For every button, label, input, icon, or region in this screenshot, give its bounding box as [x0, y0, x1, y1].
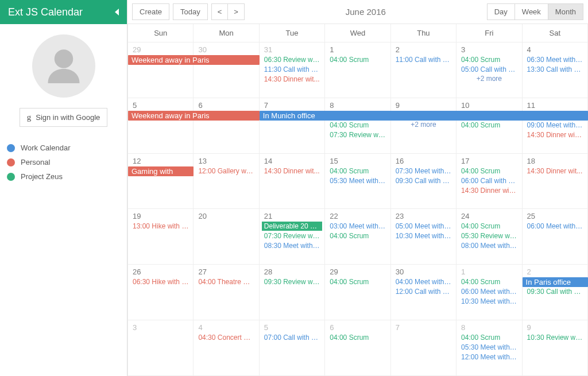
day-cell[interactable]: 3106:30 Review wit...11:30 Call with QA1… — [260, 42, 325, 98]
day-cell[interactable]: 209:30 Call with Sa... — [523, 265, 588, 320]
event[interactable]: 14:30 Dinner with.. — [459, 186, 519, 195]
event[interactable]: 05:00 Call with Re... — [459, 65, 519, 74]
day-cell[interactable]: 1414:30 Dinner wit... — [260, 154, 325, 209]
event[interactable]: 04:00 Theatre wi... — [196, 277, 256, 286]
day-cell[interactable]: 804:00 Scrum07:30 Review wit... — [325, 98, 390, 153]
day-cell[interactable]: 3 — [128, 320, 194, 375]
event[interactable]: 07:30 Meet with ... — [393, 166, 454, 176]
calendar-toggle[interactable]: Personal — [7, 155, 120, 169]
event[interactable]: 05:00 Meet with ... — [393, 222, 454, 231]
event[interactable]: 07:30 Review wit... — [262, 231, 322, 241]
day-cell[interactable]: 2506:00 Meet with ... — [523, 209, 588, 264]
event[interactable]: 04:00 Scrum — [327, 277, 388, 286]
event[interactable]: 07:30 Review wit... — [327, 130, 388, 139]
event-bar[interactable]: In Paris office — [523, 277, 588, 287]
signin-button[interactable]: g Sign in with Google — [20, 108, 108, 127]
day-cell[interactable]: 9Deliverable 19 Du..+2 more — [391, 98, 457, 153]
event[interactable]: 04:00 Scrum — [327, 55, 388, 64]
event[interactable]: 03:00 Meet with ... — [327, 222, 388, 231]
day-cell[interactable]: 604:00 Scrum — [325, 320, 390, 375]
event[interactable]: 13:30 Call with QA — [525, 65, 585, 74]
event[interactable]: 04:00 Scrum — [327, 166, 388, 176]
day-cell[interactable]: 7 — [260, 98, 325, 153]
day-cell[interactable]: 7 — [391, 320, 457, 375]
event[interactable]: 04:00 Scrum — [459, 121, 519, 130]
day-cell[interactable]: 2904:00 Scrum — [325, 265, 390, 320]
day-cell[interactable]: 30 — [194, 42, 259, 98]
event[interactable]: 06:30 Meet with ... — [525, 55, 585, 64]
event[interactable]: 14:30 Dinner wit... — [262, 75, 322, 84]
event[interactable]: 06:00 Meet with ... — [459, 287, 519, 296]
day-cell[interactable]: 1312:00 Gallery wit... — [194, 154, 259, 209]
event[interactable]: 11:00 Call with QA — [393, 55, 454, 64]
event[interactable]: 06:00 Call with M... — [459, 176, 519, 185]
event[interactable]: 10:30 Review wit... — [525, 333, 585, 342]
event[interactable]: 05:30 Meet with ... — [327, 176, 388, 185]
day-cell[interactable]: 1109:00 Meet with ...14:30 Dinner with.. — [523, 98, 588, 153]
event[interactable]: 09:30 Call with Sa... — [525, 287, 585, 296]
event[interactable]: 04:00 Scrum — [459, 55, 519, 64]
day-cell[interactable]: 29 — [128, 42, 194, 98]
event[interactable]: 14:30 Dinner wit... — [262, 166, 322, 176]
view-month[interactable]: Month — [548, 3, 583, 20]
event[interactable]: Deliverable 20 D... — [262, 222, 322, 231]
view-week[interactable]: Week — [514, 3, 548, 20]
day-cell[interactable]: 1607:30 Meet with ...09:30 Call with Re.… — [391, 154, 457, 209]
day-cell[interactable]: 1704:00 Scrum06:00 Call with M...14:30 D… — [457, 154, 522, 209]
day-cell[interactable]: 910:30 Review wit... — [523, 320, 588, 375]
event[interactable]: 12:00 Meet with ... — [459, 352, 519, 362]
event[interactable]: 12:00 Call with PM — [393, 287, 454, 296]
day-cell[interactable]: 104:00 Scrum — [325, 42, 390, 98]
event[interactable]: 11:30 Call with QA — [262, 65, 322, 74]
collapse-icon[interactable] — [115, 9, 119, 15]
day-cell[interactable]: 3004:00 Meet with ...12:00 Call with PM — [391, 265, 457, 320]
event[interactable]: 06:00 Meet with ... — [525, 222, 585, 231]
event[interactable]: 05:30 Review wit... — [459, 231, 519, 241]
day-cell[interactable]: 1814:30 Dinner wit... — [523, 154, 588, 209]
day-cell[interactable]: 406:30 Meet with ...13:30 Call with QA — [523, 42, 588, 98]
event[interactable]: 04:00 Scrum — [459, 277, 519, 286]
event[interactable]: 09:30 Call with Re... — [393, 176, 454, 185]
next-button[interactable]: > — [227, 3, 245, 20]
event[interactable]: 06:30 Review wit... — [262, 55, 322, 64]
create-button[interactable]: Create — [132, 3, 169, 20]
event[interactable]: 04:00 Scrum — [459, 333, 519, 342]
event[interactable]: 08:30 Meet with ... — [262, 241, 322, 250]
event[interactable]: 10:30 Meet with ... — [393, 231, 454, 241]
event[interactable]: 04:00 Scrum — [327, 231, 388, 241]
day-cell[interactable]: 2809:30 Review wit... — [260, 265, 325, 320]
event[interactable]: 14:30 Dinner with.. — [525, 130, 585, 139]
event[interactable]: 04:00 Meet with ... — [393, 277, 454, 286]
day-cell[interactable]: 211:00 Call with QA — [391, 42, 457, 98]
event[interactable]: 04:00 Scrum — [459, 222, 519, 231]
event[interactable]: 08:00 Meet with ... — [459, 241, 519, 250]
event[interactable]: 04:00 Scrum — [459, 166, 519, 176]
day-cell[interactable]: 1504:00 Scrum05:30 Meet with ... — [325, 154, 390, 209]
day-cell[interactable]: 2606:30 Hike with L... — [128, 265, 194, 320]
event[interactable]: 13:00 Hike with F... — [130, 222, 191, 231]
event[interactable]: 14:30 Dinner wit... — [525, 166, 585, 176]
day-cell[interactable]: 5 — [128, 98, 194, 153]
view-day[interactable]: Day — [487, 3, 514, 20]
day-cell[interactable]: 104:00 Scrum06:00 Meet with ...10:30 Mee… — [457, 265, 522, 320]
day-cell[interactable]: 404:30 Concert wi... — [194, 320, 259, 375]
day-cell[interactable]: 804:00 Scrum05:30 Meet with ...12:00 Mee… — [457, 320, 522, 375]
day-cell[interactable]: 20 — [194, 209, 259, 264]
day-cell[interactable]: 2203:00 Meet with ...04:00 Scrum — [325, 209, 390, 264]
day-cell[interactable]: 1004:00 Scrum — [457, 98, 522, 153]
event[interactable]: 04:00 Scrum — [327, 333, 388, 342]
day-cell[interactable]: 6 — [194, 98, 259, 153]
event-bar[interactable]: Gaming with Louis — [128, 166, 194, 176]
event-bar[interactable]: Weekend away in Paris — [128, 55, 260, 65]
event[interactable]: 10:30 Meet with ... — [459, 297, 519, 306]
calendar-toggle[interactable]: Work Calendar — [7, 141, 120, 155]
event-bar[interactable]: Weekend away in Paris — [128, 111, 260, 121]
event[interactable]: 07:00 Call with M... — [262, 333, 322, 342]
event-bar[interactable]: In Munich office — [260, 111, 588, 121]
day-cell[interactable]: 2704:00 Theatre wi... — [194, 265, 259, 320]
day-cell[interactable]: 304:00 Scrum05:00 Call with Re...+2 more — [457, 42, 522, 98]
day-cell[interactable]: 21Deliverable 20 D...07:30 Review wit...… — [260, 209, 325, 264]
event[interactable]: 04:00 Scrum — [327, 121, 388, 130]
day-cell[interactable]: 2404:00 Scrum05:30 Review wit...08:00 Me… — [457, 209, 522, 264]
event[interactable]: 09:00 Meet with ... — [525, 121, 585, 130]
